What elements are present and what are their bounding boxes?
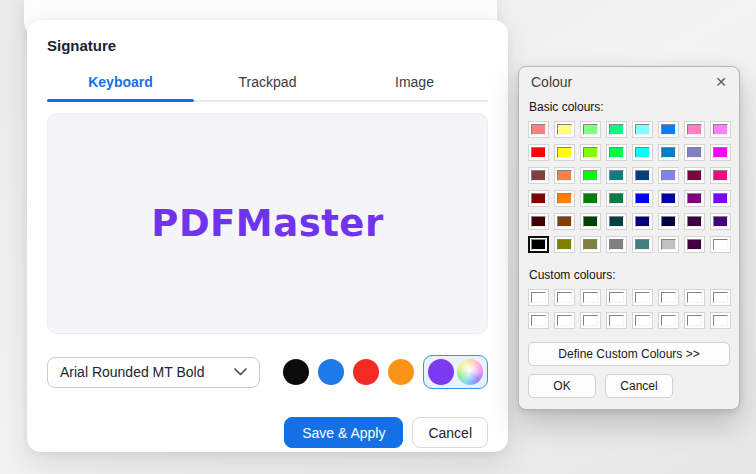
custom-colour-swatch[interactable] bbox=[606, 312, 627, 329]
close-icon[interactable]: ✕ bbox=[713, 75, 729, 89]
signature-controls: Arial Rounded MT Bold bbox=[47, 355, 488, 389]
color-swatch-row bbox=[283, 355, 488, 389]
tab-keyboard[interactable]: Keyboard bbox=[47, 67, 194, 100]
cancel-button[interactable]: Cancel bbox=[412, 417, 488, 448]
basic-colour-swatch[interactable] bbox=[606, 144, 627, 161]
basic-colour-swatch[interactable] bbox=[632, 213, 653, 230]
basic-colour-swatch[interactable] bbox=[554, 144, 575, 161]
basic-colour-swatch[interactable] bbox=[684, 190, 705, 207]
colour-cancel-button[interactable]: Cancel bbox=[605, 374, 673, 398]
colour-dialog-title: Colour bbox=[531, 74, 572, 90]
basic-colour-swatch[interactable] bbox=[632, 144, 653, 161]
custom-colour-swatch[interactable] bbox=[684, 312, 705, 329]
custom-colour-swatch[interactable] bbox=[554, 312, 575, 329]
custom-color-wheel[interactable] bbox=[457, 359, 483, 385]
signature-preview-text: PDFMaster bbox=[151, 202, 383, 245]
basic-colour-swatch[interactable] bbox=[632, 190, 653, 207]
basic-colour-swatch[interactable] bbox=[528, 213, 549, 230]
basic-colour-swatch[interactable] bbox=[710, 190, 731, 207]
basic-colour-swatch[interactable] bbox=[684, 167, 705, 184]
basic-colour-swatch[interactable] bbox=[528, 167, 549, 184]
basic-colour-swatch[interactable] bbox=[606, 213, 627, 230]
custom-colour-swatch[interactable] bbox=[580, 312, 601, 329]
custom-colours-grid bbox=[528, 289, 730, 329]
basic-colour-swatch[interactable] bbox=[580, 236, 601, 253]
basic-colour-swatch[interactable] bbox=[606, 121, 627, 138]
basic-colour-swatch[interactable] bbox=[580, 213, 601, 230]
tab-bar: KeyboardTrackpadImage bbox=[47, 67, 488, 102]
custom-colour-swatch[interactable] bbox=[528, 289, 549, 306]
basic-colour-swatch[interactable] bbox=[632, 236, 653, 253]
font-select-value: Arial Rounded MT Bold bbox=[60, 364, 204, 380]
basic-colour-swatch[interactable] bbox=[606, 236, 627, 253]
basic-colour-swatch[interactable] bbox=[684, 121, 705, 138]
basic-colour-swatch[interactable] bbox=[658, 190, 679, 207]
custom-colour-swatch[interactable] bbox=[632, 312, 653, 329]
basic-colour-swatch[interactable] bbox=[554, 236, 575, 253]
color-dot-blue[interactable] bbox=[318, 359, 344, 385]
basic-colour-swatch[interactable] bbox=[710, 236, 731, 253]
basic-colour-swatch[interactable] bbox=[528, 236, 549, 253]
basic-colour-swatch[interactable] bbox=[580, 167, 601, 184]
tab-image[interactable]: Image bbox=[341, 67, 488, 100]
font-select[interactable]: Arial Rounded MT Bold bbox=[47, 357, 260, 388]
color-dot-black[interactable] bbox=[283, 359, 309, 385]
basic-colour-swatch[interactable] bbox=[606, 190, 627, 207]
basic-colour-swatch[interactable] bbox=[554, 121, 575, 138]
basic-colour-swatch[interactable] bbox=[528, 144, 549, 161]
basic-colour-swatch[interactable] bbox=[710, 213, 731, 230]
custom-colour-swatch[interactable] bbox=[528, 312, 549, 329]
basic-colour-swatch[interactable] bbox=[554, 167, 575, 184]
basic-colour-swatch[interactable] bbox=[658, 213, 679, 230]
basic-colour-swatch[interactable] bbox=[658, 121, 679, 138]
custom-colour-swatch[interactable] bbox=[632, 289, 653, 306]
custom-colour-swatch[interactable] bbox=[658, 312, 679, 329]
basic-colour-swatch[interactable] bbox=[580, 190, 601, 207]
ok-button[interactable]: OK bbox=[528, 374, 596, 398]
basic-colour-swatch[interactable] bbox=[710, 144, 731, 161]
signature-preview-area: PDFMaster bbox=[47, 113, 488, 334]
basic-colour-swatch[interactable] bbox=[528, 121, 549, 138]
desktop-background: Signature KeyboardTrackpadImage PDFMaste… bbox=[0, 0, 756, 474]
basic-colour-swatch[interactable] bbox=[632, 121, 653, 138]
basic-colours-grid bbox=[528, 121, 730, 253]
basic-colour-swatch[interactable] bbox=[684, 144, 705, 161]
basic-colour-swatch[interactable] bbox=[632, 167, 653, 184]
basic-colour-swatch[interactable] bbox=[554, 190, 575, 207]
colour-dialog-titlebar: Colour ✕ bbox=[519, 67, 739, 92]
custom-colour-swatch[interactable] bbox=[606, 289, 627, 306]
selected-color-group bbox=[423, 355, 488, 389]
custom-colours-label: Custom colours: bbox=[529, 268, 730, 282]
color-dot-red[interactable] bbox=[353, 359, 379, 385]
basic-colour-swatch[interactable] bbox=[554, 213, 575, 230]
tab-trackpad[interactable]: Trackpad bbox=[194, 67, 341, 100]
basic-colour-swatch[interactable] bbox=[658, 236, 679, 253]
basic-colour-swatch[interactable] bbox=[684, 213, 705, 230]
define-custom-colours-button[interactable]: Define Custom Colours >> bbox=[528, 342, 730, 366]
basic-colour-swatch[interactable] bbox=[710, 167, 731, 184]
basic-colour-swatch[interactable] bbox=[528, 190, 549, 207]
colour-dialog: Colour ✕ Basic colours: Custom colours: … bbox=[518, 66, 740, 410]
custom-colour-swatch[interactable] bbox=[710, 289, 731, 306]
signature-dialog: Signature KeyboardTrackpadImage PDFMaste… bbox=[27, 20, 508, 452]
basic-colour-swatch[interactable] bbox=[606, 167, 627, 184]
colour-dialog-body: Basic colours: Custom colours: Define Cu… bbox=[519, 92, 739, 398]
basic-colour-swatch[interactable] bbox=[658, 144, 679, 161]
color-dot-orange[interactable] bbox=[388, 359, 414, 385]
basic-colour-swatch[interactable] bbox=[710, 121, 731, 138]
colour-dialog-actions: OK Cancel bbox=[528, 374, 730, 398]
basic-colour-swatch[interactable] bbox=[658, 167, 679, 184]
chevron-down-icon bbox=[234, 368, 247, 376]
custom-colour-swatch[interactable] bbox=[684, 289, 705, 306]
custom-colour-swatch[interactable] bbox=[658, 289, 679, 306]
custom-colour-swatch[interactable] bbox=[554, 289, 575, 306]
custom-colour-swatch[interactable] bbox=[710, 312, 731, 329]
signature-footer: Save & Apply Cancel bbox=[47, 417, 488, 448]
basic-colour-swatch[interactable] bbox=[684, 236, 705, 253]
custom-colour-swatch[interactable] bbox=[580, 289, 601, 306]
color-dot-purple[interactable] bbox=[428, 359, 454, 385]
save-apply-button[interactable]: Save & Apply bbox=[284, 417, 403, 448]
basic-colour-swatch[interactable] bbox=[580, 144, 601, 161]
signature-dialog-title: Signature bbox=[27, 20, 508, 54]
basic-colour-swatch[interactable] bbox=[580, 121, 601, 138]
